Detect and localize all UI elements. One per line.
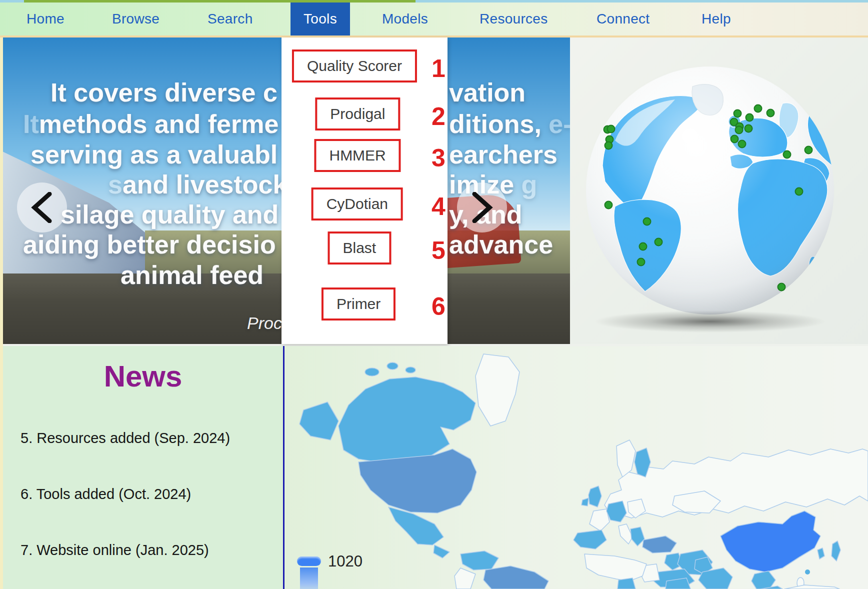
globe-location-dot xyxy=(730,135,739,144)
map-arctic-island xyxy=(387,362,398,370)
map-region-north-africa xyxy=(584,554,646,581)
tools-menu-number: 1 xyxy=(432,54,446,83)
tools-menu-number: 2 xyxy=(432,102,446,131)
map-country-japan xyxy=(832,541,840,561)
news-panel: News 5. Resources added (Sep. 2024)6. To… xyxy=(3,346,283,589)
globe-location-dot xyxy=(778,283,786,292)
tools-menu-item-quality-scorer[interactable]: Quality Scorer xyxy=(292,50,417,82)
slide-ghost-text: It xyxy=(23,110,39,138)
nav-item-resources[interactable]: Resources xyxy=(480,2,548,36)
map-country-france xyxy=(590,509,610,531)
map-country-italy xyxy=(618,524,632,544)
globe-location-dot xyxy=(604,201,613,210)
globe-location-dot xyxy=(654,238,663,246)
map-arctic-island xyxy=(365,368,379,376)
slide-caption: Proc xyxy=(247,314,282,333)
map-arctic-island xyxy=(406,367,416,373)
globe-location-dot xyxy=(639,242,648,251)
map-country-spain xyxy=(574,530,606,549)
tools-menu-item-prodigal[interactable]: Prodigal xyxy=(315,98,400,130)
map-country-canada xyxy=(338,377,476,462)
globe-location-dot xyxy=(795,188,804,196)
slide-text-left: serving as a valuabl xyxy=(30,140,278,168)
tools-menu-row: Primer6 xyxy=(282,288,448,320)
nav-item-connect[interactable]: Connect xyxy=(596,2,650,36)
nav-item-tools[interactable]: Tools xyxy=(290,2,350,36)
nav-item-help[interactable]: Help xyxy=(702,2,731,36)
map-country-central-america xyxy=(434,545,450,558)
map-country-turkey xyxy=(642,536,676,553)
tools-menu-number: 3 xyxy=(432,144,446,172)
globe-location-dot xyxy=(607,125,616,134)
slide-ghost-text: e- xyxy=(542,110,570,138)
tools-menu-number: 4 xyxy=(432,192,446,221)
map-region-indonesia xyxy=(784,585,840,589)
globe-location-dot xyxy=(738,140,746,148)
slide-text-right: ditions, e- xyxy=(449,110,570,138)
slide-text-left: Itmethods and ferme xyxy=(23,110,278,138)
news-item: 6. Tools added (Oct. 2024) xyxy=(20,486,191,502)
carousel-next-button[interactable] xyxy=(457,182,507,232)
news-heading: News xyxy=(3,359,283,394)
globe-location-dot xyxy=(746,114,754,122)
globe-location-dot xyxy=(734,110,742,118)
globe-location-dot xyxy=(604,142,613,150)
legend-gradient-bar xyxy=(300,568,318,589)
map-country-nigeria xyxy=(618,578,636,589)
slide-text-right: vation xyxy=(449,78,526,106)
map-country-peru xyxy=(454,568,476,589)
map-country-brazil xyxy=(484,566,548,589)
tools-menu-item-hmmer[interactable]: HMMER xyxy=(314,139,400,172)
map-country-indochina xyxy=(752,571,776,589)
slide-text-right: earchers xyxy=(449,140,558,168)
news-item: 7. Website online (Jan. 2025) xyxy=(20,542,209,558)
globe-location-dot xyxy=(643,218,652,226)
tools-menu-row: CyDotian4 xyxy=(282,188,448,220)
tools-menu-row: Blast5 xyxy=(282,232,448,264)
globe-location-dot xyxy=(783,150,792,159)
globe-panel xyxy=(570,38,868,344)
globe-location-dot xyxy=(754,104,762,113)
map-country-uk xyxy=(588,486,602,507)
legend-max-value: 1020 xyxy=(328,552,362,570)
tools-menu-number: 5 xyxy=(432,236,446,265)
globe-location-dot xyxy=(735,126,744,134)
map-country-korea xyxy=(818,548,824,559)
news-item: 5. Resources added (Sep. 2024) xyxy=(20,430,230,446)
world-map-panel: 1020 xyxy=(284,346,868,589)
slide-ghost-text: s xyxy=(108,170,122,199)
globe-location-dot xyxy=(744,124,753,133)
nav-item-home[interactable]: Home xyxy=(26,2,64,36)
globe-location-dot xyxy=(637,258,646,266)
map-country-balkans xyxy=(630,527,644,546)
carousel-prev-button[interactable] xyxy=(17,182,67,232)
map-country-germany xyxy=(606,501,626,522)
map-country-colombia xyxy=(460,551,498,570)
globe-location-dot xyxy=(804,146,813,154)
map-country-china xyxy=(720,511,820,572)
globe-location-dot xyxy=(766,109,775,118)
tools-menu-number: 6 xyxy=(432,292,446,321)
nav-item-search[interactable]: Search xyxy=(208,2,253,36)
tools-menu-item-blast[interactable]: Blast xyxy=(328,232,392,264)
main-navbar: HomeBrowseSearchToolsModelsResourcesConn… xyxy=(0,2,868,36)
tools-dropdown-menu: Quality Scorer1Prodigal2HMMER3CyDotian4B… xyxy=(282,38,448,344)
tools-menu-item-primer[interactable]: Primer xyxy=(322,288,396,320)
tools-menu-row: Prodigal2 xyxy=(282,98,448,130)
chevron-right-icon xyxy=(470,192,494,223)
map-legend: 1020 xyxy=(297,556,321,589)
map-country-taiwan xyxy=(805,570,810,574)
map-country-norway-sweden xyxy=(616,440,636,477)
tools-menu-item-cydotian[interactable]: CyDotian xyxy=(312,188,403,220)
nav-item-browse[interactable]: Browse xyxy=(112,2,160,36)
nav-item-models[interactable]: Models xyxy=(382,2,428,36)
map-country-alaska xyxy=(300,402,338,440)
tools-menu-row: Quality Scorer1 xyxy=(282,50,448,82)
tools-menu-row: HMMER3 xyxy=(282,139,448,172)
slide-ghost-text: g xyxy=(514,170,537,199)
chevron-left-icon xyxy=(30,192,54,223)
choropleth-world-map xyxy=(284,346,868,589)
map-country-greenland xyxy=(476,354,520,426)
map-country-ireland xyxy=(582,498,588,506)
slide-text-left: It covers diverse c xyxy=(50,78,278,106)
